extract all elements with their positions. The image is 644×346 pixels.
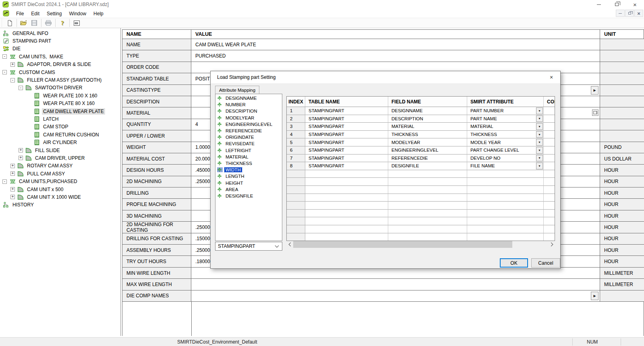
field-name-cell[interactable]: DESIGNFILE bbox=[388, 162, 467, 170]
table-name-cell[interactable]: STAMPINGPART bbox=[305, 115, 388, 123]
tree-item-label[interactable]: ROTARY CAM ASSY bbox=[26, 163, 74, 169]
tree-expander-icon[interactable]: + bbox=[10, 195, 15, 199]
table-name-cell[interactable]: STAMPINGPART bbox=[305, 162, 388, 170]
attribute-list-item[interactable]: ORIGINDATE bbox=[215, 134, 282, 140]
dropdown-arrow-icon[interactable] bbox=[536, 115, 543, 122]
tree-item[interactable]: + bbox=[0, 146, 120, 154]
property-value-cell[interactable] bbox=[191, 279, 600, 290]
attribute-label[interactable]: ENGINEERINGLEVEL bbox=[224, 122, 273, 127]
property-value-cell[interactable]: CAM DWELL WEAR PLATE bbox=[191, 39, 600, 50]
tree-item[interactable]: HISTORY bbox=[0, 201, 120, 209]
tree-item[interactable]: GENERAL INFO bbox=[0, 29, 120, 37]
tree-item-label[interactable]: LATCH bbox=[42, 116, 60, 122]
property-value-cell[interactable] bbox=[191, 290, 600, 302]
smirt-attribute-cell[interactable]: MODLE YEAR bbox=[467, 138, 544, 146]
mdi-minimize-icon[interactable] bbox=[616, 10, 625, 17]
tree-item[interactable]: CAM STOP bbox=[0, 123, 120, 131]
attribute-label[interactable]: REFERENCEDIE bbox=[224, 128, 263, 133]
field-name-cell[interactable]: DESIGNNAME bbox=[388, 107, 467, 115]
property-value-cell[interactable]: PURCHASED bbox=[191, 50, 600, 62]
attribute-list-item[interactable]: REFERENCEDIE bbox=[215, 128, 282, 134]
attribute-list-item[interactable]: THICKNESS bbox=[215, 160, 282, 167]
horizontal-scrollbar[interactable] bbox=[286, 241, 555, 248]
tree-item[interactable]: - bbox=[0, 84, 120, 92]
tree-item[interactable]: WEAR PLATE 100 X 160 bbox=[0, 92, 120, 99]
field-name-cell[interactable]: MATERIAL bbox=[388, 123, 467, 131]
attribute-label[interactable]: DESIGNFILE bbox=[224, 194, 254, 198]
dialog-close-icon[interactable]: × bbox=[543, 71, 560, 83]
tree-item-label[interactable]: WEAR PLATE 80 X 160 bbox=[42, 100, 96, 107]
tree-item[interactable]: + bbox=[0, 162, 120, 170]
tree-item[interactable]: CAM RETURN CUSHION bbox=[0, 131, 120, 138]
tree-item-label[interactable]: CAM UNIT x 500 bbox=[26, 186, 64, 193]
property-value-cell[interactable] bbox=[191, 268, 600, 279]
tree-expander-icon[interactable]: + bbox=[10, 62, 15, 67]
tree-item-label[interactable]: CUSTOM CAMS bbox=[18, 69, 56, 76]
attribute-list-item[interactable]: AREA bbox=[215, 186, 282, 193]
attribute-label[interactable]: HEIGHT bbox=[224, 181, 244, 185]
tree-expander-icon[interactable]: - bbox=[19, 86, 23, 90]
tree-item-label[interactable]: AIR CYLINDER bbox=[42, 139, 78, 146]
tab-attribute-mapping[interactable]: Attribute Mapping bbox=[215, 86, 259, 94]
field-name-cell[interactable]: REFERENCEDIE bbox=[388, 154, 467, 163]
menu-item[interactable]: Setting bbox=[43, 10, 65, 18]
menu-item[interactable]: File bbox=[12, 10, 27, 18]
toolbar-gripper[interactable] bbox=[1, 19, 3, 27]
menu-item[interactable]: Window bbox=[65, 10, 90, 18]
tree-item[interactable]: DIE bbox=[0, 45, 120, 53]
tree-item[interactable]: - bbox=[0, 53, 120, 60]
new-document-icon[interactable] bbox=[4, 18, 15, 28]
attribute-label[interactable]: ORIGINDATE bbox=[224, 135, 255, 140]
menu-item[interactable]: Help bbox=[90, 10, 107, 18]
dropdown-arrow-icon[interactable] bbox=[536, 139, 543, 146]
save-icon[interactable] bbox=[29, 18, 39, 28]
dropdown-arrow-icon[interactable] bbox=[536, 131, 543, 138]
expand-arrow-button[interactable] bbox=[591, 292, 598, 300]
attribute-list-item[interactable]: DESIGNNAME bbox=[215, 95, 282, 101]
attribute-label[interactable]: MODELYEAR bbox=[224, 115, 255, 120]
dropdown-arrow-icon[interactable] bbox=[536, 147, 543, 154]
tree-expander-icon[interactable]: + bbox=[10, 187, 15, 192]
attribute-list-item[interactable]: LENGTH bbox=[215, 173, 282, 179]
browse-button[interactable] bbox=[592, 109, 598, 116]
attribute-list-item[interactable]: MODELYEAR bbox=[215, 115, 282, 121]
attribute-list-item[interactable]: ENGINEERINGLEVEL bbox=[215, 121, 282, 128]
tree-expander-icon[interactable]: + bbox=[19, 148, 23, 152]
open-icon[interactable] bbox=[19, 18, 29, 28]
tree-item-label[interactable]: HISTORY bbox=[11, 202, 35, 208]
tree-item[interactable]: - bbox=[0, 76, 120, 84]
minimize-icon[interactable] bbox=[590, 0, 608, 9]
tree-item[interactable]: + bbox=[0, 170, 120, 177]
tree-item-label[interactable]: GENERAL INFO bbox=[11, 30, 50, 37]
tree-item[interactable]: + bbox=[0, 185, 120, 193]
expand-arrow-button[interactable] bbox=[591, 86, 598, 95]
table-name-cell[interactable]: STAMPINGPART bbox=[305, 107, 388, 115]
attribute-list-item[interactable]: WIDTH bbox=[215, 167, 282, 173]
tree-expander-icon[interactable]: - bbox=[2, 54, 7, 59]
tree-item-label[interactable]: SAWTOOTH DRIVER bbox=[34, 84, 83, 91]
close-icon[interactable]: × bbox=[626, 0, 644, 9]
mdi-restore-icon[interactable] bbox=[625, 10, 634, 17]
tree-item-label[interactable]: CAM UNIT X 1000 WIDE bbox=[26, 194, 82, 200]
smirt-attribute-cell[interactable]: PART CHANGE LEVEL bbox=[467, 146, 544, 154]
field-name-cell[interactable]: ENGINEERINGLEVEL bbox=[388, 146, 467, 154]
tree-item-label[interactable]: CAM UNITS,PURCHASED bbox=[18, 178, 79, 185]
tree-item-label[interactable]: PULL CAM ASSY bbox=[26, 171, 66, 177]
tree-expander-icon[interactable]: + bbox=[19, 156, 23, 160]
attribute-list-item[interactable]: LEFTRIGHT bbox=[215, 147, 282, 154]
table-name-combobox[interactable]: STAMPINGPART bbox=[215, 242, 282, 251]
tree-item-label[interactable]: CAM RETURN CUSHION bbox=[42, 132, 100, 138]
tree-item-label[interactable]: CAM UNITS, MAKE bbox=[18, 54, 64, 60]
tree-item[interactable]: - bbox=[0, 177, 120, 185]
dropdown-arrow-icon[interactable] bbox=[536, 123, 543, 130]
tree-item[interactable]: WEAR PLATE 80 X 160 bbox=[0, 100, 120, 107]
tree-item[interactable]: + bbox=[0, 154, 120, 162]
table-name-cell[interactable]: STAMPINGPART bbox=[305, 131, 388, 139]
ok-button[interactable]: OK bbox=[500, 258, 528, 268]
attribute-label[interactable]: NUMBER bbox=[224, 102, 247, 107]
attribute-label[interactable]: LENGTH bbox=[224, 174, 246, 179]
tree-item[interactable]: + bbox=[0, 193, 120, 201]
field-name-cell[interactable]: THICKNESS bbox=[388, 131, 467, 139]
smirt-attribute-cell[interactable]: PART NUMBER bbox=[467, 107, 544, 115]
tree-item[interactable]: STAMPING PART bbox=[0, 37, 120, 45]
